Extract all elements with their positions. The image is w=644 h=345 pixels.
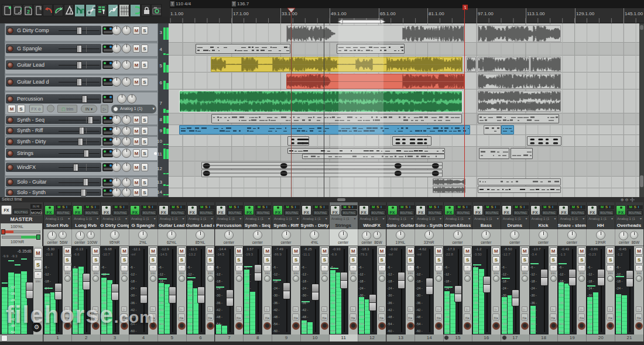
svg-text:1: 1	[40, 6, 42, 11]
svg-text:2: 2	[27, 9, 30, 15]
